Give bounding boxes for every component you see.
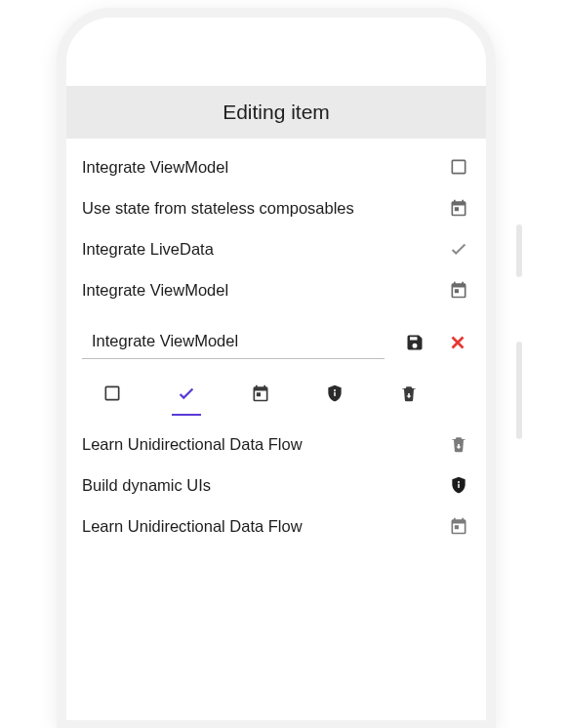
edit-input[interactable] bbox=[92, 332, 381, 350]
icon-toolbar bbox=[82, 359, 470, 420]
list-item-label: Learn Unidirectional Data Flow bbox=[82, 435, 447, 454]
floppy-save-icon bbox=[405, 333, 425, 352]
phone-frame: Editing item Integrate ViewModel Use sta… bbox=[57, 8, 496, 728]
square-icon bbox=[447, 155, 470, 179]
list-item[interactable]: Use state from stateless composables bbox=[66, 187, 486, 228]
list-item-label: Use state from stateless composables bbox=[82, 199, 447, 218]
phone-side-button bbox=[516, 342, 522, 439]
svg-rect-1 bbox=[105, 386, 118, 399]
list-item-label: Integrate ViewModel bbox=[82, 281, 447, 300]
svg-point-4 bbox=[458, 481, 460, 483]
toolbar-shield[interactable] bbox=[318, 377, 351, 410]
edit-input-wrap bbox=[82, 326, 385, 359]
cancel-button[interactable] bbox=[445, 330, 470, 355]
list-item-label: Integrate ViewModel bbox=[82, 158, 447, 177]
toolbar-event[interactable] bbox=[244, 377, 277, 410]
screen: Editing item Integrate ViewModel Use sta… bbox=[66, 18, 486, 720]
close-icon bbox=[447, 332, 468, 353]
check-icon bbox=[176, 383, 197, 404]
square-icon bbox=[102, 384, 122, 403]
list-item[interactable]: Integrate LiveData bbox=[66, 228, 486, 269]
toolbar-check[interactable] bbox=[170, 377, 203, 410]
svg-point-2 bbox=[334, 389, 336, 391]
calendar-event-icon bbox=[447, 514, 470, 538]
shield-info-icon bbox=[325, 384, 344, 403]
toolbar-trash[interactable] bbox=[392, 377, 425, 410]
list-item-label: Integrate LiveData bbox=[82, 240, 447, 259]
list-item[interactable]: Integrate ViewModel bbox=[66, 146, 486, 187]
calendar-event-icon bbox=[251, 384, 270, 403]
trash-restore-icon bbox=[399, 384, 419, 403]
save-button[interactable] bbox=[402, 330, 427, 355]
svg-rect-0 bbox=[452, 160, 465, 173]
svg-rect-5 bbox=[458, 484, 460, 488]
list-item[interactable]: Build dynamic UIs bbox=[66, 465, 486, 506]
calendar-event-icon bbox=[447, 278, 470, 302]
app-header: Editing item bbox=[66, 86, 486, 139]
list-item[interactable]: Learn Unidirectional Data Flow bbox=[66, 506, 486, 546]
edit-row bbox=[82, 326, 470, 359]
edit-section bbox=[66, 310, 486, 424]
list-item-label: Learn Unidirectional Data Flow bbox=[82, 517, 447, 536]
trash-restore-icon bbox=[447, 432, 470, 456]
phone-side-button bbox=[516, 224, 522, 277]
toolbar-square[interactable] bbox=[96, 377, 129, 410]
check-icon bbox=[447, 237, 470, 261]
content: Integrate ViewModel Use state from state… bbox=[66, 139, 486, 554]
svg-rect-3 bbox=[334, 392, 336, 396]
page-title: Editing item bbox=[223, 101, 330, 124]
list-item-label: Build dynamic UIs bbox=[82, 476, 447, 495]
shield-info-icon bbox=[447, 473, 470, 497]
list-item[interactable]: Learn Unidirectional Data Flow bbox=[66, 424, 486, 465]
list-item[interactable]: Integrate ViewModel bbox=[66, 269, 486, 310]
calendar-event-icon bbox=[447, 196, 470, 220]
